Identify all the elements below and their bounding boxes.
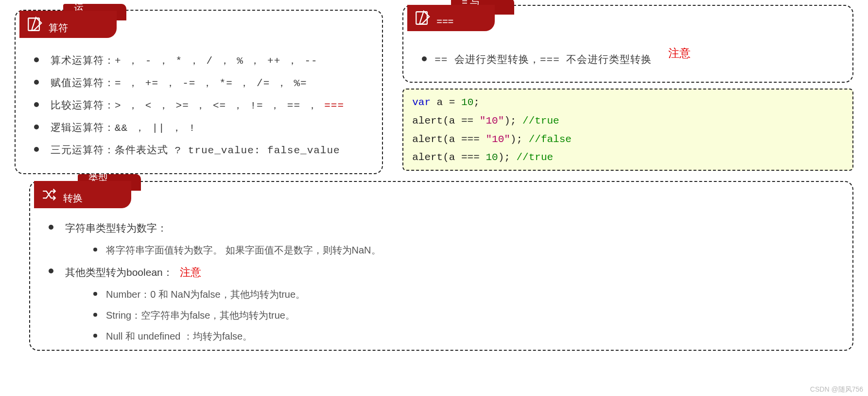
equality-panel: = 与 === 注意 == 会进行类型转换，=== 不会进行类型转换 (402, 5, 853, 83)
operators-panel: 运 算符 算术运算符：+ ， - ， * ， / ， % ， ++ ， -- 赋… (15, 10, 383, 174)
operators-list: 算术运算符：+ ， - ， * ， / ， % ， ++ ， -- 赋值运算符：… (30, 50, 370, 162)
edit-icon (26, 16, 43, 33)
list-item: 算术运算符：+ ， - ， * ， / ， % ， ++ ， -- (30, 50, 370, 72)
equality-tab-front-label: === (436, 16, 453, 27)
list-item: 其他类型转为boolean： 注意 Number：0 和 NaN为false，其… (45, 261, 841, 347)
type-tab-front-label: 转换 (63, 192, 83, 205)
list-item: String：空字符串为false，其他均转为true。 (91, 305, 841, 326)
code-block: var a = 10; alert(a == "10"); //true ale… (402, 89, 853, 171)
edit-icon (414, 10, 431, 26)
list-item: == 会进行类型转换，=== 不会进行类型转换 (418, 49, 841, 71)
type-list: 字符串类型转为数字： 将字符串字面值转为数字。 如果字面值不是数字，则转为NaN… (45, 217, 841, 347)
code-line: alert(a === "10"); //false (412, 130, 844, 149)
list-item: Null 和 undefined ：均转为false。 (91, 326, 841, 347)
code-line: alert(a === 10); //true (412, 148, 844, 167)
type-conversion-panel: 类型 转换 字符串类型转为数字： 将字符串字面值转为数字。 如果字面值不是数字，… (29, 181, 853, 351)
code-line: var a = 10; (412, 93, 844, 112)
code-line: alert(a == "10"); //true (412, 112, 844, 130)
list-item: Number：0 和 NaN为false，其他均转为true。 (91, 284, 841, 305)
shuffle-icon (41, 186, 57, 203)
equality-list: == 会进行类型转换，=== 不会进行类型转换 (418, 49, 841, 71)
notice-label: 注意 (180, 266, 201, 278)
list-item: 三元运算符：条件表达式 ? true_value: false_value (30, 139, 370, 162)
list-item: 将字符串字面值转为数字。 如果字面值不是数字，则转为NaN。 (91, 240, 841, 261)
list-item: 比较运算符：> ， < ， >= ， <= ， != ， == ， === (30, 94, 370, 117)
list-item: 字符串类型转为数字： 将字符串字面值转为数字。 如果字面值不是数字，则转为NaN… (45, 217, 841, 260)
list-item: 赋值运算符：= ， += ， -= ， *= ， /= ， %= (30, 72, 370, 94)
list-item: 逻辑运算符：&& ， || ， ! (30, 117, 370, 139)
operators-tab-front-label: 算符 (49, 21, 68, 35)
